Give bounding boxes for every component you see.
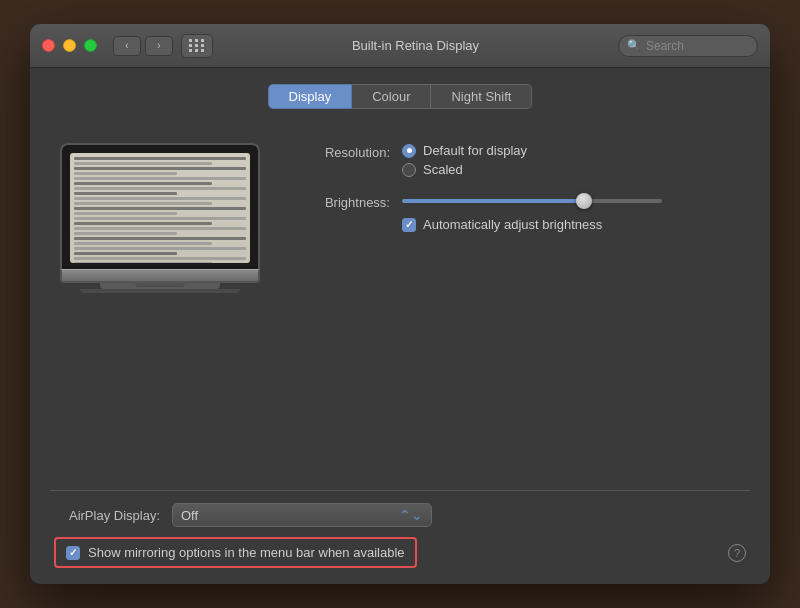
screen-line	[74, 187, 246, 190]
back-icon: ‹	[125, 40, 128, 51]
tab-colour[interactable]: Colour	[352, 84, 431, 109]
screen-line	[74, 157, 246, 160]
screen-line	[74, 192, 177, 195]
forward-button[interactable]: ›	[145, 36, 173, 56]
resolution-row: Resolution: Default for display Scaled	[290, 143, 750, 177]
laptop-base	[60, 269, 260, 283]
tab-bar: Display Colour Night Shift	[50, 84, 750, 109]
resolution-scaled-option[interactable]: Scaled	[402, 162, 527, 177]
close-button[interactable]	[42, 39, 55, 52]
airplay-value: Off	[181, 508, 399, 523]
airplay-label: AirPlay Display:	[50, 508, 160, 523]
maximize-button[interactable]	[84, 39, 97, 52]
brightness-thumb[interactable]	[576, 193, 592, 209]
main-area: Resolution: Default for display Scaled	[50, 133, 750, 490]
screen-line	[74, 262, 212, 263]
spacer	[290, 248, 750, 490]
traffic-lights	[42, 39, 97, 52]
resolution-default-option[interactable]: Default for display	[402, 143, 527, 158]
screen-line	[74, 257, 246, 260]
screen-line	[74, 202, 212, 205]
resolution-default-label: Default for display	[423, 143, 527, 158]
grid-button[interactable]	[181, 34, 213, 58]
laptop-screen-outer	[60, 143, 260, 269]
screen-line	[74, 232, 177, 235]
content-area: Display Colour Night Shift	[30, 68, 770, 584]
auto-brightness-checkbox[interactable]	[402, 218, 416, 232]
back-button[interactable]: ‹	[113, 36, 141, 56]
settings-panel: Resolution: Default for display Scaled	[290, 133, 750, 490]
search-box[interactable]: 🔍 Search	[618, 35, 758, 57]
bottom-bar: Show mirroring options in the menu bar w…	[50, 537, 750, 568]
tab-night-shift[interactable]: Night Shift	[431, 84, 532, 109]
titlebar: ‹ › Built-in Retina Display 🔍 Search	[30, 24, 770, 68]
screen-line	[74, 217, 246, 220]
bottom-section: AirPlay Display: Off ⌃⌄ Show mirroring o…	[50, 490, 750, 568]
screen-line	[74, 172, 177, 175]
laptop-preview	[50, 133, 270, 490]
screen-line	[74, 227, 246, 230]
screen-line	[74, 197, 246, 200]
resolution-default-radio[interactable]	[402, 144, 416, 158]
airplay-dropdown[interactable]: Off ⌃⌄	[172, 503, 432, 527]
screen-line	[74, 237, 246, 240]
screen-line	[74, 222, 212, 225]
brightness-label: Brightness:	[290, 193, 390, 210]
auto-brightness-label: Automatically adjust brightness	[423, 217, 602, 232]
dropdown-arrow-icon: ⌃⌄	[399, 507, 423, 523]
screen-line	[74, 252, 177, 255]
screen-content	[70, 153, 250, 263]
screen-line	[74, 182, 212, 185]
laptop-foot	[80, 289, 240, 293]
mirror-label: Show mirroring options in the menu bar w…	[88, 545, 405, 560]
window-title: Built-in Retina Display	[213, 38, 618, 53]
laptop-image	[60, 143, 260, 293]
airplay-row: AirPlay Display: Off ⌃⌄	[50, 503, 750, 527]
brightness-track	[402, 199, 662, 203]
help-button[interactable]: ?	[728, 544, 746, 562]
resolution-label: Resolution:	[290, 143, 390, 160]
resolution-scaled-radio[interactable]	[402, 163, 416, 177]
brightness-slider-wrapper	[402, 193, 662, 209]
screen-line	[74, 242, 212, 245]
settings-window: ‹ › Built-in Retina Display 🔍 Search Dis…	[30, 24, 770, 584]
resolution-controls: Default for display Scaled	[402, 143, 527, 177]
search-placeholder: Search	[646, 39, 684, 53]
tab-display[interactable]: Display	[268, 84, 353, 109]
auto-brightness-checkbox-row[interactable]: Automatically adjust brightness	[402, 217, 662, 232]
screen-line	[74, 177, 246, 180]
screen-line	[74, 162, 212, 165]
screen-line	[74, 167, 246, 170]
mirror-checkbox[interactable]	[66, 546, 80, 560]
resolution-scaled-label: Scaled	[423, 162, 463, 177]
mirror-row[interactable]: Show mirroring options in the menu bar w…	[54, 537, 417, 568]
brightness-controls: Automatically adjust brightness	[402, 193, 662, 232]
nav-buttons: ‹ ›	[113, 36, 173, 56]
forward-icon: ›	[157, 40, 160, 51]
minimize-button[interactable]	[63, 39, 76, 52]
screen-line	[74, 247, 246, 250]
screen-line	[74, 207, 246, 210]
screen-line	[74, 212, 177, 215]
brightness-row: Brightness: Automatically adjust brightn…	[290, 193, 750, 232]
search-icon: 🔍	[627, 39, 641, 52]
laptop-screen-inner	[70, 153, 250, 263]
grid-icon	[189, 39, 205, 52]
